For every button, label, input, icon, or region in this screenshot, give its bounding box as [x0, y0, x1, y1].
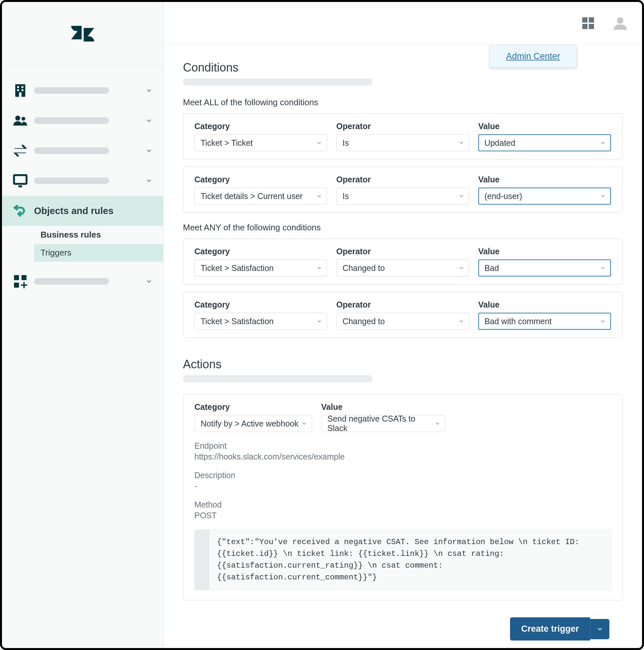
method-label: Method: [194, 500, 611, 509]
select-value: Changed to: [342, 317, 385, 326]
category-select[interactable]: Ticket > Satisfaction: [194, 259, 327, 277]
col-operator-label: Operator: [336, 247, 469, 256]
chevron-down-icon: [144, 146, 154, 155]
operator-select[interactable]: Is: [336, 188, 469, 205]
svg-rect-5: [19, 93, 22, 97]
code-content: {"text":"You've received a negative CSAT…: [209, 530, 611, 590]
sidebar-item-objects-rules[interactable]: Objects and rules: [2, 196, 163, 226]
app-window: Objects and rules Business rules Trigger…: [0, 0, 644, 650]
category-select[interactable]: Ticket > Ticket: [194, 134, 327, 151]
select-value: Bad: [485, 263, 499, 273]
col-operator-label: Operator: [336, 121, 469, 131]
svg-rect-4: [22, 89, 24, 91]
category-select[interactable]: Ticket > Satisfaction: [194, 313, 327, 330]
topbar: [163, 2, 642, 44]
value-select[interactable]: Updated: [478, 134, 611, 151]
create-trigger-split-button[interactable]: [590, 619, 609, 639]
col-value-label: Value: [478, 300, 611, 310]
sidebar-item-apps[interactable]: [2, 266, 163, 296]
operator-select[interactable]: Changed to: [336, 259, 469, 277]
sidebar-item-workspaces[interactable]: [2, 166, 163, 196]
chevron-down-icon: [144, 116, 154, 125]
request-body-editor[interactable]: {"text":"You've received a negative CSAT…: [194, 530, 611, 590]
value-select[interactable]: Bad with comment: [478, 313, 611, 330]
main: Admin Center Conditions Meet ALL of the …: [163, 2, 642, 648]
svg-rect-16: [589, 24, 594, 29]
nav-label-placeholder: [34, 117, 109, 124]
col-category-label: Category: [194, 175, 327, 184]
sidebar-sub-business-rules[interactable]: Business rules: [34, 226, 163, 244]
building-icon: [11, 81, 29, 100]
people-icon: [11, 111, 29, 130]
apps-grid-icon[interactable]: [579, 14, 597, 32]
conditions-desc-placeholder: [183, 78, 373, 85]
admin-center-link[interactable]: Admin Center: [506, 51, 560, 61]
svg-rect-13: [582, 17, 588, 23]
endpoint-label: Endpoint: [194, 441, 611, 450]
action-category-select[interactable]: Notify by > Active webhook: [194, 415, 312, 432]
select-value: Send negative CSATs to Slack: [328, 414, 432, 433]
category-select[interactable]: Ticket details > Current user: [194, 188, 327, 205]
svg-rect-2: [22, 86, 24, 88]
svg-point-6: [15, 116, 20, 120]
arrows-swap-icon: [11, 142, 29, 160]
description-value: -: [194, 481, 611, 491]
sidebar-item-account[interactable]: [2, 75, 163, 106]
nav-label-placeholder: [34, 177, 109, 184]
sidebar-item-channels[interactable]: [2, 136, 163, 166]
col-category-label: Category: [194, 247, 327, 256]
svg-rect-10: [14, 275, 19, 280]
chevron-down-icon: [458, 265, 464, 271]
chevron-down-icon: [600, 318, 606, 324]
conditions-all-label: Meet ALL of the following conditions: [183, 97, 622, 108]
footer: Create trigger: [183, 608, 622, 648]
user-avatar-icon[interactable]: [611, 14, 629, 32]
svg-point-7: [22, 117, 25, 121]
action-value-select[interactable]: Send negative CSATs to Slack: [321, 415, 445, 432]
svg-rect-12: [14, 283, 19, 288]
select-value: Bad with comment: [485, 317, 552, 326]
apps-plus-icon: [11, 272, 29, 291]
sidebar-sub-triggers[interactable]: Triggers: [34, 244, 163, 262]
svg-rect-15: [582, 24, 588, 29]
svg-rect-11: [22, 275, 27, 280]
sidebar-subnav: Business rules Triggers: [2, 226, 163, 262]
select-value: Updated: [485, 138, 516, 148]
col-value-label: Value: [478, 175, 611, 184]
svg-rect-1: [17, 86, 19, 88]
condition-row: Category Ticket > Satisfaction Operator …: [183, 292, 622, 338]
chevron-down-icon: [144, 85, 154, 96]
select-value: Notify by > Active webhook: [201, 419, 298, 428]
chevron-down-icon: [596, 625, 604, 633]
col-value-label: Value: [478, 121, 611, 131]
svg-point-17: [617, 17, 623, 24]
conditions-any-label: Meet ANY of the following conditions: [183, 222, 622, 233]
col-category-label: Category: [194, 121, 327, 131]
content: Conditions Meet ALL of the following con…: [163, 44, 642, 648]
operator-select[interactable]: Changed to: [336, 313, 469, 330]
chevron-down-icon: [301, 421, 307, 427]
zendesk-logo-icon: [70, 21, 96, 47]
sidebar-nav: Objects and rules Business rules Trigger…: [2, 66, 163, 648]
sidebar-item-people[interactable]: [2, 106, 163, 136]
value-select[interactable]: Bad: [478, 259, 611, 277]
nav-label-placeholder: [34, 147, 109, 154]
value-select[interactable]: (end-user): [478, 188, 611, 205]
select-value: Changed to: [342, 263, 385, 273]
chevron-down-icon: [600, 193, 606, 199]
svg-rect-8: [14, 175, 27, 184]
select-value: Ticket > Satisfaction: [201, 263, 273, 273]
chevron-down-icon: [458, 193, 464, 199]
create-trigger-button[interactable]: Create trigger: [510, 617, 590, 641]
description-label: Description: [194, 471, 611, 480]
col-value-label: Value: [321, 402, 445, 412]
condition-row: Category Ticket > Ticket Operator Is: [183, 113, 622, 159]
sidebar: Objects and rules Business rules Trigger…: [2, 2, 163, 648]
select-value: Is: [342, 138, 349, 148]
svg-rect-14: [589, 17, 594, 23]
col-operator-label: Operator: [336, 175, 469, 184]
select-value: Ticket > Satisfaction: [201, 317, 273, 326]
operator-select[interactable]: Is: [336, 134, 469, 151]
nav-label-placeholder: [34, 278, 109, 285]
chevron-down-icon: [316, 265, 322, 271]
